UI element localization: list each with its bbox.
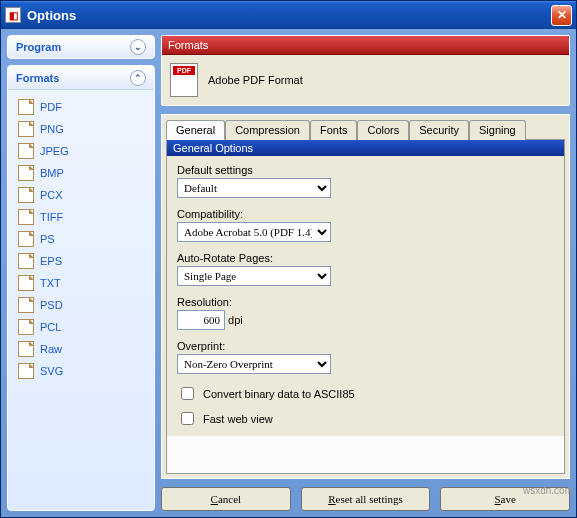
formats-list: PDF PNG JPEG BMP PCX TIFF PS EPS TXT PSD… — [8, 90, 154, 388]
overprint-label: Overprint: — [177, 340, 554, 352]
tab-signing[interactable]: Signing — [469, 120, 526, 140]
file-icon — [18, 121, 34, 137]
window-title: Options — [27, 8, 76, 23]
sidebar-item-pcx[interactable]: PCX — [14, 184, 148, 206]
compatibility-select[interactable]: Adobe Acrobat 5.0 (PDF 1.4) — [177, 222, 331, 242]
btn-text: ancel — [218, 493, 241, 505]
settings-tabs: General Compression Fonts Colors Securit… — [161, 114, 570, 479]
program-accordion-header[interactable]: Program ⌄ — [7, 35, 155, 59]
formats-label: Formats — [16, 72, 59, 84]
app-icon: ◧ — [5, 7, 21, 23]
tab-label: Compression — [235, 124, 300, 136]
compatibility-label: Compatibility: — [177, 208, 554, 220]
sidebar-item-pdf[interactable]: PDF — [14, 96, 148, 118]
tab-colors[interactable]: Colors — [357, 120, 409, 140]
titlebar: ◧ Options ✕ — [1, 1, 576, 29]
file-icon — [18, 363, 34, 379]
sidebar-item-label: BMP — [40, 167, 64, 179]
file-icon — [18, 319, 34, 335]
tab-label: Fonts — [320, 124, 348, 136]
sidebar-item-label: JPEG — [40, 145, 69, 157]
tab-label: Signing — [479, 124, 516, 136]
sidebar-item-tiff[interactable]: TIFF — [14, 206, 148, 228]
btn-text: eset all settings — [336, 493, 403, 505]
tab-label: General — [176, 124, 215, 136]
sidebar-item-png[interactable]: PNG — [14, 118, 148, 140]
auto-rotate-label: Auto-Rotate Pages: — [177, 252, 554, 264]
convert-ascii-label: Convert binary data to ASCII85 — [203, 388, 355, 400]
reset-button[interactable]: Reset all settings — [301, 487, 431, 511]
sidebar-item-label: PCX — [40, 189, 63, 201]
sidebar-item-eps[interactable]: EPS — [14, 250, 148, 272]
resolution-input[interactable] — [177, 310, 225, 330]
sidebar-item-label: PCL — [40, 321, 61, 333]
sidebar-item-label: SVG — [40, 365, 63, 377]
resolution-label: Resolution: — [177, 296, 554, 308]
tab-label: Colors — [367, 124, 399, 136]
sidebar-item-label: PDF — [40, 101, 62, 113]
fast-web-checkbox[interactable] — [181, 412, 194, 425]
tab-compression[interactable]: Compression — [225, 120, 310, 140]
options-window: ◧ Options ✕ Program ⌄ Formats ⌃ PDF PNG … — [0, 0, 577, 518]
btn-text: ave — [501, 493, 516, 505]
sidebar-item-label: PS — [40, 233, 55, 245]
sidebar-item-label: TXT — [40, 277, 61, 289]
file-icon — [18, 99, 34, 115]
tab-general[interactable]: General — [166, 120, 225, 140]
file-icon — [18, 231, 34, 247]
file-icon — [18, 209, 34, 225]
format-header-panel: Formats Adobe PDF Format — [161, 35, 570, 106]
chevron-up-icon: ⌃ — [130, 70, 146, 86]
sidebar-item-jpeg[interactable]: JPEG — [14, 140, 148, 162]
selected-format-label: Adobe PDF Format — [208, 74, 303, 86]
close-icon: ✕ — [557, 8, 567, 22]
pdf-icon — [170, 63, 198, 97]
sidebar-item-label: Raw — [40, 343, 62, 355]
file-icon — [18, 165, 34, 181]
file-icon — [18, 253, 34, 269]
sidebar-item-label: PSD — [40, 299, 63, 311]
section-title: General Options — [167, 140, 564, 156]
sidebar-item-txt[interactable]: TXT — [14, 272, 148, 294]
file-icon — [18, 341, 34, 357]
sidebar-item-pcl[interactable]: PCL — [14, 316, 148, 338]
formats-accordion-header[interactable]: Formats ⌃ — [8, 66, 154, 90]
general-options-body: Default settings Default Compatibility: … — [167, 156, 564, 436]
sidebar-item-psd[interactable]: PSD — [14, 294, 148, 316]
sidebar: Program ⌄ Formats ⌃ PDF PNG JPEG BMP PCX… — [7, 35, 155, 511]
sidebar-item-svg[interactable]: SVG — [14, 360, 148, 382]
convert-ascii-checkbox[interactable] — [181, 387, 194, 400]
cancel-button[interactable]: Cancel — [161, 487, 291, 511]
tab-security[interactable]: Security — [409, 120, 469, 140]
button-row: Cancel Reset all settings Save — [161, 487, 570, 511]
format-header-title: Formats — [162, 36, 569, 55]
tab-fonts[interactable]: Fonts — [310, 120, 358, 140]
default-settings-label: Default settings — [177, 164, 554, 176]
sidebar-item-raw[interactable]: Raw — [14, 338, 148, 360]
main-column: Formats Adobe PDF Format General Compres… — [161, 35, 570, 511]
formats-accordion: Formats ⌃ PDF PNG JPEG BMP PCX TIFF PS E… — [7, 65, 155, 511]
auto-rotate-select[interactable]: Single Page — [177, 266, 331, 286]
tab-label: Security — [419, 124, 459, 136]
fast-web-label: Fast web view — [203, 413, 273, 425]
tabbar: General Compression Fonts Colors Securit… — [162, 115, 569, 139]
watermark: wsxdn.com — [523, 485, 573, 496]
file-icon — [18, 143, 34, 159]
sidebar-item-label: EPS — [40, 255, 62, 267]
window-body: Program ⌄ Formats ⌃ PDF PNG JPEG BMP PCX… — [1, 29, 576, 517]
sidebar-item-label: TIFF — [40, 211, 63, 223]
tab-content: General Options Default settings Default… — [166, 139, 565, 474]
program-label: Program — [16, 41, 61, 53]
sidebar-item-ps[interactable]: PS — [14, 228, 148, 250]
resolution-unit: dpi — [228, 314, 243, 326]
file-icon — [18, 297, 34, 313]
close-button[interactable]: ✕ — [551, 5, 572, 26]
overprint-select[interactable]: Non-Zero Overprint — [177, 354, 331, 374]
sidebar-item-label: PNG — [40, 123, 64, 135]
file-icon — [18, 187, 34, 203]
file-icon — [18, 275, 34, 291]
chevron-down-icon: ⌄ — [130, 39, 146, 55]
sidebar-item-bmp[interactable]: BMP — [14, 162, 148, 184]
default-settings-select[interactable]: Default — [177, 178, 331, 198]
